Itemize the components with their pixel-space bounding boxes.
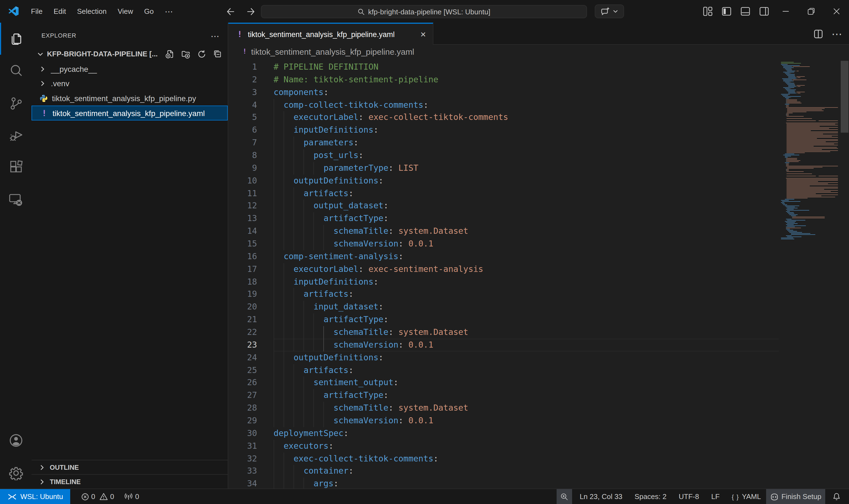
customize-layout-button[interactable] <box>703 7 712 16</box>
code-line-9[interactable]: 9 parameterType: LIST <box>228 162 849 175</box>
activity-run-debug[interactable] <box>0 119 32 151</box>
minimap[interactable] <box>780 61 839 488</box>
code-line-19[interactable]: 19 artifacts: <box>228 288 849 301</box>
menu-view[interactable]: View <box>112 4 139 19</box>
code-line-24[interactable]: 24 outputDefinitions: <box>228 351 849 364</box>
line-number: 25 <box>228 364 257 377</box>
code-line-27[interactable]: 27 artifactType: <box>228 389 849 402</box>
line-number: 22 <box>228 326 257 339</box>
restore-button[interactable] <box>798 0 824 23</box>
toggle-primary-sidebar-button[interactable] <box>722 7 731 16</box>
tab-close-button[interactable]: ✕ <box>420 30 426 38</box>
close-window-button[interactable] <box>824 0 849 23</box>
code-line-18[interactable]: 18 inputDefinitions: <box>228 275 849 288</box>
activity-explorer[interactable] <box>0 23 32 55</box>
finish-setup-button[interactable]: Finish Setup <box>766 489 825 504</box>
nav-back-button[interactable] <box>226 7 235 16</box>
code-line-13[interactable]: 13 artifactType: <box>228 213 849 225</box>
code-line-10[interactable]: 10 outputDefinitions: <box>228 174 849 187</box>
ports-indicator[interactable]: 0 <box>121 489 143 504</box>
activity-remote-explorer[interactable] <box>0 183 32 216</box>
timeline-section-header[interactable]: TIMELINE <box>32 474 228 488</box>
activity-extensions[interactable] <box>0 151 32 183</box>
remote-icon <box>7 493 17 500</box>
code-line-3[interactable]: 3components: <box>228 86 849 98</box>
menu-go[interactable]: Go <box>139 4 160 19</box>
eol-indicator[interactable]: LF <box>707 489 723 504</box>
code-line-11[interactable]: 11 artifacts: <box>228 187 849 200</box>
code-line-16[interactable]: 16 comp-sentiment-analysis: <box>228 250 849 263</box>
tree-item--venv[interactable]: .venv <box>32 76 228 91</box>
collapse-all-button[interactable] <box>213 50 222 58</box>
split-editor-button[interactable] <box>813 29 823 38</box>
indentation-indicator[interactable]: Spaces: 2 <box>631 489 670 504</box>
activity-search[interactable] <box>0 55 32 87</box>
line-number: 14 <box>228 225 257 238</box>
new-folder-button[interactable] <box>181 50 190 58</box>
explorer-more-button[interactable]: ⋯ <box>211 32 220 41</box>
toggle-secondary-sidebar-button[interactable] <box>759 7 769 16</box>
code-line-25[interactable]: 25 artifacts: <box>228 364 849 377</box>
tab-active[interactable]: ! tiktok_sentiment_analysis_kfp_pipeline… <box>228 23 433 45</box>
code-line-1[interactable]: 1# PIPELINE DEFINITION <box>228 61 849 73</box>
code-line-29[interactable]: 29 schemaVersion: 0.0.1 <box>228 414 849 427</box>
tree-item-label: tiktok_sentiment_analysis_kfp_pipeline.y… <box>53 109 205 118</box>
code-line-5[interactable]: 5 executorLabel: exec-collect-tiktok-com… <box>228 111 849 124</box>
outline-section-header[interactable]: OUTLINE <box>32 460 228 474</box>
breadcrumb[interactable]: ! tiktok_sentiment_analysis_kfp_pipeline… <box>228 45 849 58</box>
search-icon <box>358 8 365 15</box>
code-line-33[interactable]: 33 container: <box>228 465 849 478</box>
toggle-panel-button[interactable] <box>741 7 750 16</box>
cursor-position[interactable]: Ln 23, Col 33 <box>576 489 626 504</box>
editor-scrollbar[interactable] <box>840 61 849 488</box>
copilot-button[interactable] <box>595 4 624 18</box>
tree-item--pycache-[interactable]: __pycache__ <box>32 61 228 76</box>
source-control-icon <box>8 96 23 110</box>
code-line-14[interactable]: 14 schemaTitle: system.Dataset <box>228 225 849 238</box>
code-line-23[interactable]: 23 schemaVersion: 0.0.1 <box>228 339 849 352</box>
code-line-31[interactable]: 31 executors: <box>228 439 849 452</box>
command-center-search[interactable]: kfp-bright-data-pipeline [WSL: Ubuntu] <box>261 5 587 18</box>
menu-edit[interactable]: Edit <box>48 4 72 19</box>
code-line-32[interactable]: 32 exec-collect-tiktok-comments: <box>228 452 849 465</box>
code-line-20[interactable]: 20 input_dataset: <box>228 301 849 313</box>
zoom-indicator[interactable] <box>556 489 572 504</box>
code-line-7[interactable]: 7 parameters: <box>228 137 849 149</box>
warnings-count: 0 <box>110 492 114 501</box>
code-line-6[interactable]: 6 inputDefinitions: <box>228 124 849 137</box>
code-line-28[interactable]: 28 schemaTitle: system.Dataset <box>228 402 849 414</box>
scrollbar-thumb[interactable] <box>841 61 848 133</box>
encoding-indicator[interactable]: UTF-8 <box>675 489 703 504</box>
code-line-2[interactable]: 2# Name: tiktok-sentiment-pipeline <box>228 73 849 86</box>
code-line-4[interactable]: 4 comp-collect-tiktok-comments: <box>228 98 849 111</box>
code-line-12[interactable]: 12 output_dataset: <box>228 200 849 213</box>
breadcrumb-file[interactable]: tiktok_sentiment_analysis_kfp_pipeline.y… <box>251 47 414 56</box>
activity-source-control[interactable] <box>0 87 32 119</box>
remote-indicator[interactable]: WSL: Ubuntu <box>0 489 70 504</box>
language-indicator[interactable]: { } YAML <box>728 489 765 504</box>
refresh-button[interactable] <box>197 50 206 58</box>
code-line-15[interactable]: 15 schemaVersion: 0.0.1 <box>228 238 849 250</box>
editor-more-actions-button[interactable]: ⋯ <box>832 29 842 38</box>
nav-forward-button[interactable] <box>247 7 255 16</box>
code-line-8[interactable]: 8 post_urls: <box>228 149 849 162</box>
tree-item-tiktok-sentiment-analysis-kfp-pipeline-py[interactable]: tiktok_sentiment_analysis_kfp_pipeline.p… <box>32 91 228 106</box>
tree-item-tiktok-sentiment-analysis-kfp-pipeline-yaml[interactable]: !tiktok_sentiment_analysis_kfp_pipeline.… <box>32 106 228 121</box>
activity-settings[interactable] <box>0 457 32 489</box>
new-file-button[interactable] <box>165 50 174 58</box>
code-area[interactable]: 1# PIPELINE DEFINITION2# Name: tiktok-se… <box>228 61 849 488</box>
minimize-button[interactable] <box>773 0 798 23</box>
menu-file[interactable]: File <box>25 4 48 19</box>
notifications-bell[interactable] <box>829 489 845 504</box>
project-root-row[interactable]: KFP-BRIGHT-DATA-PIPELINE [... <box>32 47 228 61</box>
code-line-30[interactable]: 30deploymentSpec: <box>228 427 849 440</box>
code-line-26[interactable]: 26 sentiment_output: <box>228 377 849 389</box>
code-line-34[interactable]: 34 args: <box>228 478 849 488</box>
code-line-21[interactable]: 21 artifactType: <box>228 313 849 326</box>
problems-indicator[interactable]: 0 0 <box>77 489 118 504</box>
code-line-22[interactable]: 22 schemaTitle: system.Dataset <box>228 326 849 339</box>
activity-account[interactable] <box>0 425 32 456</box>
code-line-17[interactable]: 17 executorLabel: exec-sentiment-analysi… <box>228 263 849 275</box>
menu-overflow[interactable]: ⋯ <box>159 4 179 19</box>
menu-selection[interactable]: Selection <box>72 4 112 19</box>
